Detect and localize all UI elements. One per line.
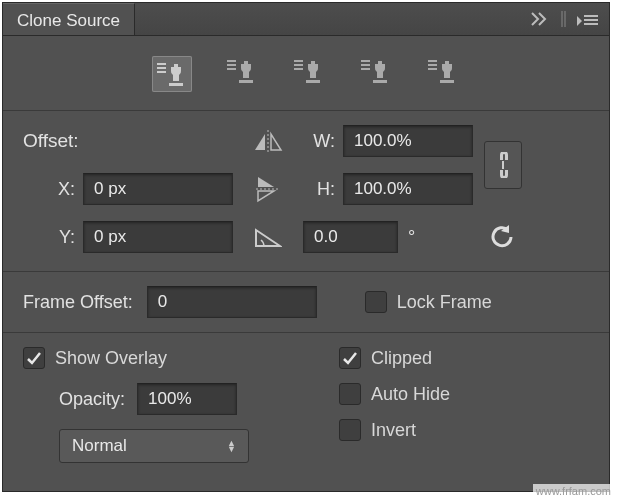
svg-rect-17: [361, 60, 370, 62]
overlay-section: Show Overlay Opacity: Normal ▲▼ Clipped …: [3, 333, 609, 477]
flip-vertical-icon[interactable]: [233, 175, 303, 203]
clipped-label: Clipped: [371, 348, 432, 369]
svg-rect-15: [294, 68, 303, 70]
reset-transform-button[interactable]: [486, 222, 520, 252]
svg-rect-11: [227, 68, 236, 70]
angle-input[interactable]: [303, 221, 398, 253]
skip-icon[interactable]: [531, 12, 551, 26]
angle-unit: °: [408, 227, 415, 248]
auto-hide-label: Auto Hide: [371, 384, 450, 405]
x-input[interactable]: [83, 173, 233, 205]
clone-source-selector: [3, 36, 609, 111]
panel-controls: [531, 3, 609, 35]
frame-offset-label: Frame Offset:: [23, 292, 133, 313]
frame-offset-input[interactable]: [147, 286, 317, 318]
watermark: www.frfam.com: [533, 484, 614, 498]
clone-source-panel: Clone Source Offset: W:: [2, 2, 610, 492]
lock-frame-checkbox[interactable]: [365, 291, 387, 313]
svg-rect-23: [428, 68, 437, 70]
svg-rect-13: [294, 60, 303, 62]
svg-rect-7: [157, 71, 166, 73]
angle-icon: [233, 226, 303, 248]
svg-rect-26: [502, 161, 504, 169]
h-input[interactable]: [343, 173, 473, 205]
offset-heading: Offset:: [23, 130, 233, 152]
clone-source-4[interactable]: [359, 56, 393, 86]
svg-rect-16: [306, 80, 320, 83]
clone-source-2[interactable]: [225, 56, 259, 86]
svg-rect-9: [227, 60, 236, 62]
svg-rect-2: [584, 15, 598, 17]
clone-source-3[interactable]: [292, 56, 326, 86]
frame-offset-row: Frame Offset: Lock Frame: [3, 272, 609, 333]
svg-rect-4: [584, 23, 598, 25]
svg-rect-20: [373, 80, 387, 83]
svg-rect-21: [428, 60, 437, 62]
svg-rect-8: [169, 83, 183, 86]
svg-rect-3: [584, 19, 598, 21]
overlay-mode-value: Normal: [72, 436, 127, 456]
svg-rect-14: [294, 64, 303, 66]
svg-rect-24: [440, 80, 454, 83]
svg-rect-12: [239, 80, 253, 83]
svg-rect-5: [157, 63, 166, 65]
overlay-mode-select[interactable]: Normal ▲▼: [59, 429, 249, 463]
auto-hide-checkbox[interactable]: [339, 383, 361, 405]
panel-titlebar: Clone Source: [3, 3, 609, 36]
svg-rect-18: [361, 64, 370, 66]
flip-horizontal-icon[interactable]: [233, 130, 303, 152]
panel-tab[interactable]: Clone Source: [3, 3, 135, 35]
clipped-checkbox[interactable]: [339, 347, 361, 369]
lock-frame-label: Lock Frame: [397, 292, 492, 313]
clone-source-5[interactable]: [426, 56, 460, 86]
panel-title: Clone Source: [17, 11, 120, 30]
show-overlay-checkbox[interactable]: [23, 347, 45, 369]
svg-rect-22: [428, 64, 437, 66]
h-label: H:: [303, 179, 343, 200]
select-arrows-icon: ▲▼: [227, 440, 236, 452]
show-overlay-label: Show Overlay: [55, 348, 167, 369]
panel-menu-icon[interactable]: [577, 12, 599, 26]
x-label: X:: [23, 179, 83, 200]
invert-checkbox[interactable]: [339, 419, 361, 441]
opacity-label: Opacity:: [59, 389, 125, 410]
svg-rect-19: [361, 68, 370, 70]
offset-section: Offset: W: X: H: Y:: [3, 111, 609, 272]
opacity-input[interactable]: [137, 383, 237, 415]
divider-icon: [561, 11, 567, 27]
w-label: W:: [303, 131, 343, 152]
link-wh-button[interactable]: [484, 141, 522, 189]
svg-rect-6: [157, 67, 166, 69]
clone-source-1[interactable]: [152, 56, 192, 92]
y-label: Y:: [23, 227, 83, 248]
svg-rect-10: [227, 64, 236, 66]
y-input[interactable]: [83, 221, 233, 253]
w-input[interactable]: [343, 125, 473, 157]
invert-label: Invert: [371, 420, 416, 441]
